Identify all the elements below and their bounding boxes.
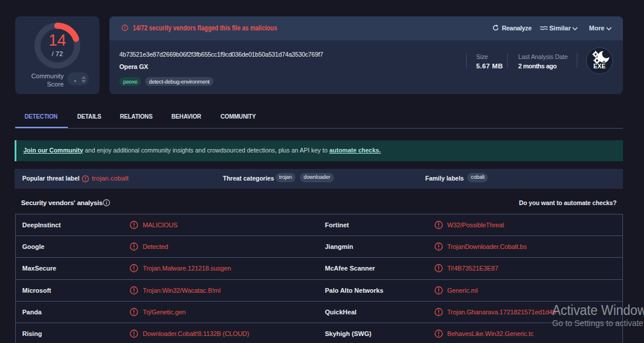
svg-text:EXE: EXE [594, 63, 606, 70]
